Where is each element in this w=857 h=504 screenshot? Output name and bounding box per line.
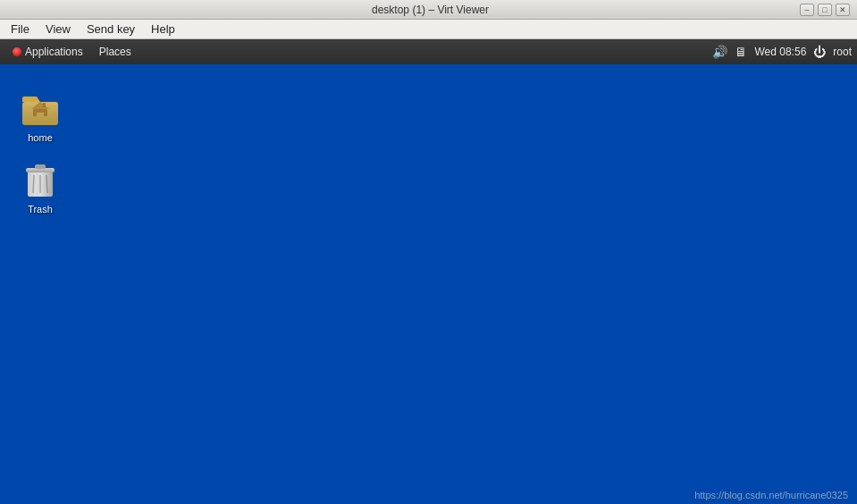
applications-label: Applications	[25, 46, 83, 58]
svg-rect-8	[35, 164, 46, 169]
places-label: Places	[99, 46, 131, 58]
username: root	[833, 46, 852, 58]
minimize-button[interactable]: –	[800, 4, 814, 16]
title-bar: desktop (1) – Virt Viewer – □ ✕	[0, 0, 857, 20]
menu-sendkey[interactable]: Send key	[80, 21, 142, 38]
network-icon[interactable]: 🖥	[735, 45, 747, 59]
app-menu-bar: File View Send key Help	[0, 20, 857, 39]
title-bar-controls: – □ ✕	[800, 4, 850, 16]
svg-line-9	[33, 175, 34, 193]
places-menu[interactable]: Places	[92, 44, 139, 60]
svg-rect-6	[28, 172, 37, 197]
svg-rect-4	[43, 103, 46, 107]
title-bar-text: desktop (1) – Virt Viewer	[61, 4, 800, 16]
trash-icon-label: Trash	[28, 204, 53, 214]
trash-bin-icon	[19, 157, 62, 200]
gnome-panel: Applications Places 🔊 🖥 Wed 08:56 ⏻ root	[0, 39, 857, 64]
home-icon-label: home	[28, 132, 53, 143]
menu-help[interactable]: Help	[144, 21, 182, 38]
svg-line-11	[46, 175, 47, 193]
menu-file[interactable]: File	[4, 21, 37, 38]
home-folder-icon	[19, 86, 62, 129]
power-icon[interactable]: ⏻	[813, 45, 826, 59]
home-icon[interactable]: home	[9, 82, 71, 147]
gnome-logo	[13, 47, 21, 56]
desktop-area: home	[0, 64, 857, 504]
menu-view[interactable]: View	[38, 21, 78, 38]
panel-left: Applications Places	[5, 44, 139, 60]
url-watermark: https://blog.csdn.net/hurricane0325	[694, 490, 848, 500]
maximize-button[interactable]: □	[818, 4, 832, 16]
trash-icon[interactable]: Trash	[9, 154, 71, 218]
panel-right: 🔊 🖥 Wed 08:56 ⏻ root	[712, 45, 852, 59]
gnome-desktop: Applications Places 🔊 🖥 Wed 08:56 ⏻ root	[0, 39, 857, 504]
applications-menu[interactable]: Applications	[5, 44, 90, 60]
close-button[interactable]: ✕	[836, 4, 850, 16]
volume-icon[interactable]: 🔊	[712, 45, 727, 59]
vm-window: Applications Places 🔊 🖥 Wed 08:56 ⏻ root	[0, 39, 857, 504]
clock: Wed 08:56	[754, 46, 806, 58]
